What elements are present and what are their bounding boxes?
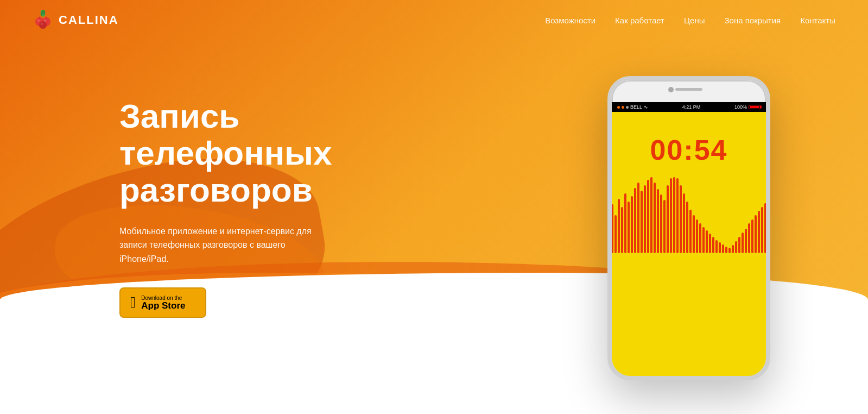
waveform-bar — [745, 229, 747, 253]
phone-mute-button — [607, 135, 609, 151]
cta-buttons:  Download on the App Store ▶ GET IT ON … — [119, 287, 391, 318]
status-time: 4:21 PM — [682, 104, 701, 110]
googleplay-icon: ▶ — [227, 294, 238, 311]
waveform-bar — [654, 183, 656, 253]
waveform-bar — [612, 204, 613, 253]
waveform-bar — [628, 202, 630, 253]
appstore-button-text: Download on the App Store — [141, 295, 185, 311]
waveform-bar — [719, 242, 721, 253]
wifi-icon: ∿ — [644, 104, 648, 110]
waveform-bar — [702, 227, 705, 253]
logo-text: CALLINA — [59, 13, 119, 27]
waveform-bar — [673, 177, 675, 253]
waveform-bar — [683, 193, 685, 253]
waveform-bar — [641, 191, 643, 253]
phone-volume-up-button — [607, 159, 609, 181]
waveform-bar — [644, 185, 646, 253]
battery-tip — [761, 106, 762, 109]
waveform-bar — [709, 234, 711, 253]
waveform-bar — [680, 185, 682, 253]
waveform-bar — [631, 196, 633, 253]
audio-waveform — [612, 177, 766, 253]
waveform-bar — [735, 241, 737, 253]
waveform-bar — [614, 215, 617, 253]
battery-fill — [750, 106, 759, 108]
waveform-bar — [634, 188, 636, 253]
nav-prices[interactable]: Цены — [684, 16, 705, 25]
hero-subtitle: Мобильное приложение и интернет-сервис д… — [119, 224, 326, 266]
phone-power-button — [769, 146, 770, 173]
waveform-bar — [738, 237, 740, 253]
waveform-bar — [728, 248, 731, 253]
hero-section: CALLINA Возможности Как работает Цены Зо… — [0, 0, 868, 414]
main-nav: Возможности Как работает Цены Зона покры… — [545, 16, 835, 25]
svg-point-8 — [46, 17, 47, 18]
signal-dot-1 — [617, 106, 620, 109]
phone-speaker — [675, 88, 702, 91]
googleplay-button-text: GET IT ON Google Play — [243, 295, 296, 311]
waveform-bar — [748, 223, 750, 253]
waveform-bar — [637, 183, 639, 253]
svg-point-9 — [39, 21, 47, 29]
call-timer: 00:54 — [612, 112, 766, 177]
googleplay-big-text: Google Play — [243, 301, 296, 311]
apple-icon:  — [130, 294, 136, 311]
battery-bar — [749, 105, 761, 109]
nav-how-works[interactable]: Как работает — [615, 16, 664, 25]
waveform-bar — [621, 207, 623, 253]
waveform-bar — [761, 207, 763, 253]
svg-point-7 — [44, 20, 46, 22]
waveform-bar — [647, 180, 649, 253]
waveform-bar — [650, 177, 652, 253]
hero-text-block: Запись телефонных разговоров Мобильное п… — [119, 65, 391, 318]
hero-title: Запись телефонных разговоров — [119, 98, 391, 209]
waveform-bar — [670, 178, 672, 253]
hero-content: Запись телефонных разговоров Мобильное п… — [0, 0, 868, 414]
waveform-bar — [715, 240, 718, 253]
signal-dot-2 — [622, 106, 624, 109]
battery-percent: 100% — [734, 104, 747, 110]
waveform-bar — [722, 244, 724, 253]
svg-point-5 — [39, 17, 41, 18]
waveform-bar — [663, 200, 666, 253]
waveform-bar — [755, 215, 757, 253]
waveform-bar — [706, 230, 708, 253]
waveform-bar — [667, 185, 669, 253]
waveform-bar — [657, 189, 659, 253]
waveform-bar — [742, 233, 744, 253]
googleplay-small-text: GET IT ON — [243, 295, 296, 301]
signal-dot-3 — [626, 106, 629, 109]
carrier-text: BELL — [630, 104, 642, 110]
appstore-button[interactable]:  Download on the App Store — [119, 287, 206, 318]
waveform-bar — [758, 211, 760, 253]
phone-mockup: BELL ∿ 4:21 PM 100% 00:5 — [607, 76, 781, 380]
waveform-bar — [618, 199, 620, 253]
waveform-bar — [686, 202, 688, 253]
waveform-bar — [676, 178, 679, 253]
waveform-bar — [624, 193, 626, 253]
svg-point-10 — [41, 23, 43, 25]
phone-status-bar: BELL ∿ 4:21 PM 100% — [612, 102, 766, 112]
nav-contacts[interactable]: Контакты — [800, 16, 835, 25]
waveform-bar — [693, 215, 695, 253]
status-bar-right: 100% — [734, 104, 761, 110]
phone-screen: BELL ∿ 4:21 PM 100% 00:5 — [612, 102, 766, 376]
logo-icon — [33, 10, 53, 30]
nav-features[interactable]: Возможности — [545, 16, 595, 25]
googleplay-button[interactable]: ▶ GET IT ON Google Play — [216, 288, 307, 318]
phone-frame: BELL ∿ 4:21 PM 100% 00:5 — [607, 76, 770, 380]
phone-camera — [668, 87, 674, 92]
phone-volume-down-button — [607, 186, 609, 208]
waveform-bar — [660, 195, 662, 253]
waveform-bar — [696, 219, 698, 253]
header: CALLINA Возможности Как работает Цены Зо… — [0, 0, 868, 40]
appstore-small-text: Download on the — [141, 295, 185, 301]
waveform-bar — [751, 219, 753, 253]
waveform-bar — [712, 237, 714, 253]
waveform-bar — [725, 247, 727, 253]
waveform-bar — [732, 245, 734, 253]
appstore-big-text: App Store — [141, 301, 185, 311]
logo[interactable]: CALLINA — [33, 10, 119, 30]
nav-coverage[interactable]: Зона покрытия — [724, 16, 781, 25]
waveform-bar — [689, 210, 692, 253]
